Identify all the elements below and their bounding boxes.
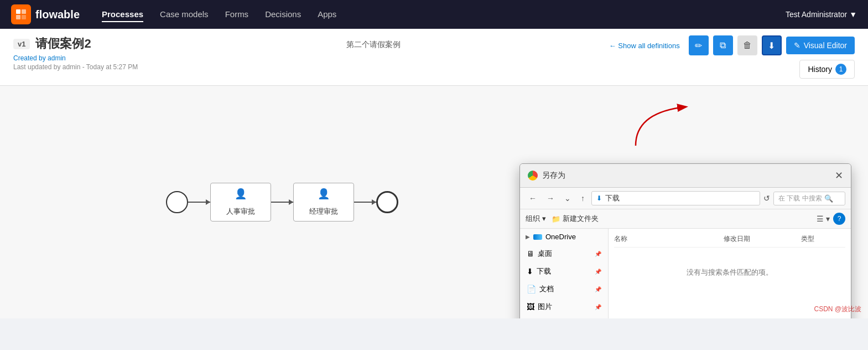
dialog-close-button[interactable]: ✕ xyxy=(835,169,843,182)
dialog-nav-toolbar: ← → ⌄ ↑ ⬇ 下载 ↺ 在 下载 中搜索 🔍 xyxy=(520,188,851,209)
sidebar-item-download[interactable]: ⬇ 下载 📌 xyxy=(520,262,608,280)
onedrive-label: OneDrive xyxy=(545,233,576,241)
sub-header: v1 请假案例2 Created by admin Last updated b… xyxy=(0,29,868,86)
bpmn-task-jingli: 👤 经理审批 xyxy=(293,183,354,222)
new-folder-button[interactable]: 📁 新建文件夹 xyxy=(552,214,599,224)
toolbar: ← Show all definitions ✏ ⧉ 🗑 ⬇ ✎ Visual … xyxy=(609,35,855,79)
pin-icon-download: 📌 xyxy=(595,269,601,275)
svg-rect-2 xyxy=(16,15,20,19)
documents-icon: 📄 xyxy=(527,285,536,294)
empty-message: 没有与搜索条件匹配的项。 xyxy=(614,251,845,277)
download-path-icon: ⬇ xyxy=(596,194,602,202)
download-folder-icon: ⬇ xyxy=(527,267,533,276)
dialog-title-left: 另存为 xyxy=(528,171,565,181)
nav-back-button[interactable]: ← xyxy=(526,193,540,204)
nav-processes[interactable]: Processes xyxy=(102,7,143,22)
bpmn-end-event xyxy=(376,191,398,213)
svg-rect-0 xyxy=(16,9,20,14)
nav-apps[interactable]: Apps xyxy=(318,7,336,22)
description: 第二个请假案例 xyxy=(346,35,401,50)
watermark: CSDN @波比波 xyxy=(814,305,861,314)
col-type: 类型 xyxy=(801,234,845,244)
chrome-icon xyxy=(528,171,538,181)
red-arrow-download xyxy=(625,101,697,148)
download-label: 下载 xyxy=(537,266,551,276)
download-button[interactable]: ⬇ xyxy=(762,35,782,55)
help-button[interactable]: ? xyxy=(833,213,845,225)
refresh-button[interactable]: ↺ xyxy=(763,194,770,203)
search-icon: 🔍 xyxy=(824,194,833,203)
updated-by: Last updated by admin - Today at 5:27 PM xyxy=(13,63,138,71)
nav-up-button[interactable]: ↑ xyxy=(578,193,588,204)
nav-items: Processes Case models Forms Decisions Ap… xyxy=(102,7,763,22)
bpmn-task-icon-1: 👤 xyxy=(235,188,247,200)
file-list-header: 名称 修改日期 类型 xyxy=(614,234,845,248)
col-name: 名称 xyxy=(614,234,724,244)
sidebar-item-onedrive[interactable]: ▶ OneDrive xyxy=(520,229,608,245)
logo-text: flowable xyxy=(35,8,80,21)
bpmn-start-event xyxy=(166,191,188,213)
bpmn-diagram: 👤 人事审批 👤 经理审批 xyxy=(166,183,398,222)
svg-rect-3 xyxy=(22,15,26,19)
search-box[interactable]: 在 下载 中搜索 🔍 xyxy=(773,192,845,205)
nav-down-button[interactable]: ⌄ xyxy=(561,193,574,204)
logo: flowable xyxy=(11,4,80,24)
page-info: v1 请假案例2 Created by admin Last updated b… xyxy=(13,35,138,71)
organize-button[interactable]: 组织 ▾ xyxy=(526,214,546,224)
bpmn-flow-1 xyxy=(188,202,210,203)
pin-icon-pictures: 📌 xyxy=(595,304,601,310)
version-badge: v1 xyxy=(13,39,30,49)
delete-button[interactable]: 🗑 xyxy=(737,35,757,55)
svg-rect-1 xyxy=(22,9,26,14)
save-dialog: 另存为 ✕ ← → ⌄ ↑ ⬇ 下载 ↺ 在 下载 中搜索 🔍 组织 ▾ xyxy=(519,163,851,318)
desktop-icon: 🖥 xyxy=(527,249,534,258)
show-all-link[interactable]: ← Show all definitions xyxy=(609,42,680,50)
view-button[interactable]: ☰ ▾ xyxy=(817,213,830,225)
sidebar-item-documents[interactable]: 📄 文档 📌 xyxy=(520,280,608,298)
page-title: 请假案例2 xyxy=(35,35,91,52)
onedrive-icon xyxy=(533,234,542,240)
new-folder-icon: 📁 xyxy=(552,215,560,223)
sidebar-item-desktop[interactable]: 🖥 桌面 📌 xyxy=(520,245,608,262)
history-button[interactable]: History 1 xyxy=(799,60,855,79)
visual-editor-icon: ✎ xyxy=(794,41,801,50)
pictures-label: 图片 xyxy=(538,302,552,312)
user-menu[interactable]: Test Administrator ▼ xyxy=(786,10,857,19)
bpmn-task-renshi: 👤 人事审批 xyxy=(210,183,271,222)
path-bar: ⬇ 下载 xyxy=(591,191,760,205)
nav-forms[interactable]: Forms xyxy=(225,7,249,22)
pin-icon-documents: 📌 xyxy=(595,286,601,292)
edit-button[interactable]: ✏ xyxy=(689,35,709,55)
created-by: Created by admin xyxy=(13,54,138,62)
dialog-file-sidebar: ▶ OneDrive 🖥 桌面 📌 ⬇ 下载 📌 📄 文档 � xyxy=(520,229,609,318)
dialog-titlebar: 另存为 ✕ xyxy=(520,164,851,188)
bpmn-task-icon-2: 👤 xyxy=(318,188,330,200)
path-label: 下载 xyxy=(605,193,620,203)
col-modified: 修改日期 xyxy=(724,234,801,244)
logo-icon xyxy=(11,4,31,24)
canvas-area: 👤 人事审批 👤 经理审批 xyxy=(0,86,868,318)
dialog-title-text: 另存为 xyxy=(542,171,565,181)
copy-button[interactable]: ⧉ xyxy=(713,35,733,55)
expand-icon: ▶ xyxy=(526,234,530,240)
sidebar-item-pictures[interactable]: 🖼 图片 📌 xyxy=(520,298,608,316)
bpmn-flow-3 xyxy=(354,202,376,203)
nav-forward-button[interactable]: → xyxy=(543,193,558,204)
documents-label: 文档 xyxy=(539,284,554,294)
nav-decisions[interactable]: Decisions xyxy=(265,7,301,22)
visual-editor-button[interactable]: ✎ Visual Editor xyxy=(786,37,855,54)
pictures-icon: 🖼 xyxy=(527,302,534,311)
desktop-label: 桌面 xyxy=(538,249,552,259)
top-navigation: flowable Processes Case models Forms Dec… xyxy=(0,0,868,29)
search-placeholder: 在 下载 中搜索 xyxy=(778,194,822,203)
dialog-actions-bar: 组织 ▾ 📁 新建文件夹 ☰ ▾ ? xyxy=(520,209,851,229)
dialog-body: ▶ OneDrive 🖥 桌面 📌 ⬇ 下载 📌 📄 文档 � xyxy=(520,229,851,318)
bpmn-flow-2 xyxy=(271,202,293,203)
pin-icon-desktop: 📌 xyxy=(595,251,601,257)
nav-case-models[interactable]: Case models xyxy=(160,7,209,22)
